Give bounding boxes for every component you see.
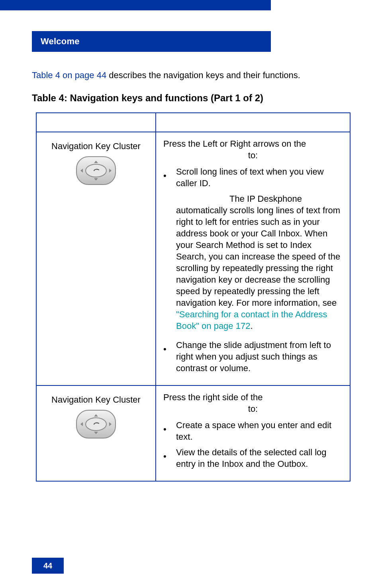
bullet-icon (163, 339, 166, 374)
row1-head-line2: to: (248, 150, 258, 160)
top-strip (0, 0, 271, 10)
table-ref-link[interactable]: Table 4 on page 44 (32, 70, 106, 80)
row1-col1: Navigation Key Cluster (36, 132, 156, 385)
row2-bullet2: View the details of the selected call lo… (163, 446, 343, 470)
row1-bullet1: Scroll long lines of text when you view … (163, 166, 343, 189)
nav-cluster-label: Navigation Key Cluster (44, 138, 148, 154)
svg-point-1 (86, 164, 106, 177)
nav-cluster-label: Navigation Key Cluster (44, 391, 148, 408)
bullet-icon (163, 446, 166, 470)
row2-head-line1: Press the right side of the (163, 391, 343, 403)
table-header-row (36, 113, 350, 132)
intro-rest: describes the navigation keys and their … (106, 70, 300, 80)
row1-bullet2-text: Change the slide adjustment from left to… (176, 339, 343, 374)
page-number: 44 (32, 558, 64, 574)
row1-bullet1-text: Scroll long lines of text when you view … (176, 166, 343, 189)
row2-col1: Navigation Key Cluster (36, 385, 156, 481)
section-header: Welcome (32, 31, 271, 52)
row1-head: Press the Left or Right arrows on the to… (163, 138, 343, 161)
row2-head-line2: to: (248, 404, 258, 414)
row1-sub-after-link: . (250, 321, 253, 331)
bullet-icon (163, 166, 166, 189)
svg-point-3 (86, 418, 106, 431)
row1-bullet2: Change the slide adjustment from left to… (163, 339, 343, 374)
row1-subparagraph: The IP Deskphone automatically scrolls l… (176, 193, 343, 332)
intro-paragraph: Table 4 on page 44 describes the navigat… (32, 70, 355, 81)
row1-head-line1: Press the Left or Right arrows on the (163, 138, 343, 149)
row1-col2: Press the Left or Right arrows on the to… (156, 132, 350, 385)
table-caption: Table 4: Navigation keys and functions (… (32, 92, 263, 104)
table-header-cell-1 (36, 113, 156, 132)
bullet-icon (163, 419, 166, 442)
row2-bullet1: Create a space when you enter and edit t… (163, 419, 343, 442)
nav-cluster-icon (74, 408, 118, 441)
row1-sub-before-link: automatically scrolls long lines of text… (176, 205, 340, 308)
nav-cluster-icon (74, 154, 118, 187)
row1-sub-first: The IP Deskphone (176, 193, 343, 205)
section-title: Welcome (41, 36, 80, 47)
table-header-cell-2 (156, 113, 350, 132)
table-row: Navigation Key Cluster Press the right s… (36, 385, 350, 481)
row2-head: Press the right side of the to: (163, 391, 343, 415)
row2-col2: Press the right side of the to: Create a… (156, 385, 350, 481)
table-row: Navigation Key Cluster Press the Left or… (36, 132, 350, 385)
row2-bullet2-text: View the details of the selected call lo… (176, 446, 343, 470)
nav-keys-table: Navigation Key Cluster Press the Left or… (36, 112, 351, 482)
row2-bullet1-text: Create a space when you enter and edit t… (176, 419, 343, 442)
